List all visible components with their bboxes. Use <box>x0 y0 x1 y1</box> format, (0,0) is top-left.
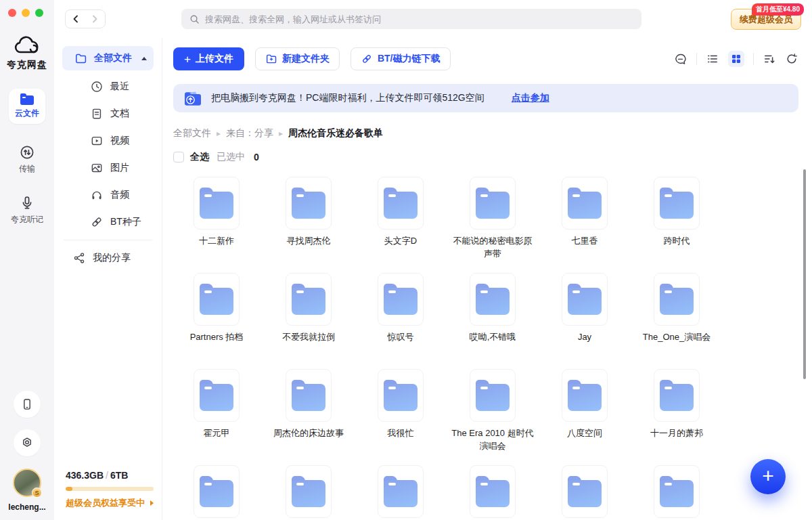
folder-grid: 十二新作寻找周杰伦头文字D不能说的秘密电影原声带七里香跨时代Partners 拍… <box>162 177 812 520</box>
minimize-window-button[interactable] <box>22 9 30 17</box>
breadcrumb-separator-icon: ▸ <box>279 129 283 138</box>
folder-card <box>194 465 240 518</box>
folder-tile[interactable]: 跨时代 <box>631 177 723 273</box>
search-bar[interactable] <box>181 9 641 29</box>
document-icon <box>90 107 104 121</box>
folder-icon <box>200 188 233 219</box>
folder-tile[interactable] <box>447 465 539 520</box>
upload-file-button[interactable]: + 上传文件 <box>173 47 244 70</box>
view-controls <box>673 51 798 67</box>
folder-icon <box>476 188 510 219</box>
folder-tile[interactable]: 十二新作 <box>171 177 263 273</box>
sidebar-item-all-files[interactable]: 全部文件 <box>62 46 154 70</box>
rail-item-cloud-files[interactable]: 云文件 <box>9 89 45 124</box>
search-input[interactable] <box>205 14 633 24</box>
folder-name: 霍元甲 <box>175 427 258 439</box>
folder-card <box>286 177 332 230</box>
folder-tile[interactable]: 不爱我就拉倒 <box>263 273 355 369</box>
refresh-icon[interactable] <box>785 52 798 66</box>
folder-icon <box>660 476 694 507</box>
folder-tile[interactable]: 周杰伦的床边故事 <box>263 369 355 465</box>
breadcrumb-item[interactable]: 来自：分享 <box>226 127 273 139</box>
folder-tile[interactable]: The_One_演唱会 <box>631 273 723 369</box>
folder-tile[interactable]: 霍元甲 <box>171 369 263 465</box>
vertical-scrollbar[interactable] <box>803 169 806 379</box>
nav-back-button[interactable] <box>70 13 82 25</box>
sidebar-item-images[interactable]: 图片 <box>62 154 154 181</box>
rail-item-transfer[interactable]: 传输 <box>19 144 35 175</box>
folder-tile[interactable]: The Era 2010 超时代演唱会 <box>447 369 539 465</box>
folder-name: 十二新作 <box>175 234 258 247</box>
bt-magnet-download-button[interactable]: BT/磁力链下载 <box>351 47 451 70</box>
folder-tile[interactable]: 十一月的萧邦 <box>631 369 723 465</box>
folder-tile[interactable] <box>263 465 355 520</box>
folder-tile[interactable]: Partners 拍档 <box>171 273 263 369</box>
folder-card <box>286 369 332 422</box>
folder-tile[interactable]: 惊叹号 <box>355 273 447 369</box>
close-window-button[interactable] <box>8 9 16 17</box>
folder-card <box>378 465 424 518</box>
folder-icon <box>292 188 325 219</box>
add-fab-button[interactable]: + <box>750 459 786 494</box>
user-avatar[interactable]: S <box>13 469 41 497</box>
topbar: 续费超级会员 首月低至¥4.80 <box>54 0 812 38</box>
folder-name: 头文字D <box>359 234 443 247</box>
rail-bottom: S lecheng... <box>8 391 45 512</box>
folder-name: The_One_演唱会 <box>635 330 719 343</box>
folder-tile[interactable]: 我很忙 <box>355 369 447 465</box>
folder-tile[interactable]: 八度空间 <box>539 369 631 465</box>
folder-name: 跨时代 <box>635 234 719 247</box>
sidebar-item-audio[interactable]: 音频 <box>62 181 154 209</box>
folder-card <box>654 177 700 230</box>
folder-tile[interactable]: 七里香 <box>539 177 631 273</box>
folder-name: The Era 2010 超时代演唱会 <box>451 427 535 452</box>
folder-tile[interactable]: 寻找周杰伦 <box>263 177 355 273</box>
content-area: + 上传文件 新建文件夹 BT/磁力链下载 <box>162 38 812 520</box>
folder-name: 惊叹号 <box>359 330 443 343</box>
folder-card <box>470 369 516 422</box>
folder-tile[interactable]: Jay <box>539 273 631 369</box>
folder-card <box>378 273 424 326</box>
sidebar-item-my-share[interactable]: 我的分享 <box>62 244 154 272</box>
sort-icon[interactable] <box>763 52 776 66</box>
folder-card <box>562 369 608 422</box>
folder-tile[interactable]: 头文字D <box>355 177 447 273</box>
list-view-icon[interactable] <box>706 52 719 66</box>
grid-view-icon[interactable] <box>728 51 744 67</box>
settings-button[interactable] <box>14 429 41 456</box>
image-icon <box>90 161 104 175</box>
folder-tile[interactable] <box>171 465 263 520</box>
renew-super-vip-button[interactable]: 续费超级会员 首月低至¥4.80 <box>731 9 801 30</box>
folder-tile[interactable] <box>355 465 447 520</box>
sidebar-item-bt-seeds[interactable]: BT种子 <box>62 209 154 236</box>
breadcrumb: 全部文件 ▸ 来自：分享 ▸ 周杰伦音乐迷必备歌单 <box>173 127 812 139</box>
sidebar-item-recent[interactable]: 最近 <box>62 73 154 100</box>
select-all-checkbox[interactable] <box>173 152 184 162</box>
maximize-window-button[interactable] <box>35 9 43 17</box>
folder-tile[interactable] <box>631 465 723 520</box>
breadcrumb-item[interactable]: 全部文件 <box>173 127 211 139</box>
rail-item-quark-listen[interactable]: 夸克听记 <box>11 195 43 225</box>
app-window: 夸克网盘 云文件 传输 夸克听记 <box>0 0 812 520</box>
folder-tile[interactable]: 哎呦,不错哦 <box>447 273 539 369</box>
mobile-device-button[interactable] <box>14 391 41 418</box>
folder-icon <box>568 188 602 219</box>
folder-tile[interactable] <box>539 465 631 520</box>
folder-icon <box>292 380 325 411</box>
vip-status-link[interactable]: 超级会员权益享受中 <box>66 497 154 509</box>
banner-join-link[interactable]: 点击参加 <box>512 92 549 104</box>
folder-icon <box>384 188 418 219</box>
selected-count: 0 <box>254 152 259 162</box>
folder-tile[interactable]: 不能说的秘密电影原声带 <box>447 177 539 273</box>
sidebar-item-docs[interactable]: 文档 <box>62 100 154 127</box>
new-folder-button[interactable]: 新建文件夹 <box>255 47 340 70</box>
feedback-icon[interactable] <box>673 52 687 66</box>
folder-name: 寻找周杰伦 <box>267 234 351 247</box>
headphones-icon <box>90 188 104 202</box>
folder-card <box>194 177 240 230</box>
folder-card <box>378 369 424 422</box>
nav-forward-button[interactable] <box>89 13 101 25</box>
sidebar-item-videos[interactable]: 视频 <box>62 127 154 154</box>
folder-icon <box>476 380 510 411</box>
folder-card <box>562 273 608 326</box>
